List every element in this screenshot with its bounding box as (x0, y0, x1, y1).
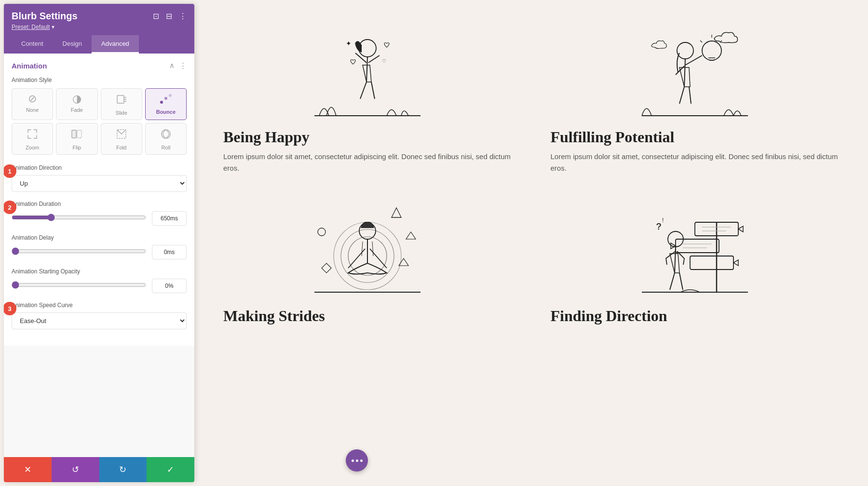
tab-design[interactable]: Design (53, 35, 92, 54)
save-button[interactable]: ✓ (147, 457, 194, 482)
bounce-label: Bounce (156, 109, 176, 115)
dot-3 (360, 459, 363, 462)
floating-menu-button[interactable] (346, 449, 368, 472)
anim-roll[interactable]: Roll (145, 123, 187, 155)
tab-advanced[interactable]: Advanced (92, 35, 139, 54)
panel-footer: ✕ ↺ ↻ ✓ (4, 457, 194, 482)
none-icon: ⊘ (28, 94, 37, 104)
delay-label: Animation Delay (12, 234, 187, 241)
opacity-row: 0% (12, 279, 187, 293)
potential-illustration (551, 14, 840, 121)
direction-control: 1 Animation Direction Up Top Down Left R… (12, 164, 187, 192)
svg-text:♡: ♡ (382, 58, 386, 64)
fullscreen-icon[interactable]: ⊡ (153, 12, 159, 21)
svg-rect-31 (676, 239, 719, 253)
zoom-label: Zoom (26, 145, 39, 150)
more-icon[interactable]: ⋮ (179, 12, 187, 21)
fold-icon (116, 128, 127, 142)
fade-icon: ◑ (72, 94, 81, 104)
delay-value: 0ms (152, 245, 187, 259)
duration-row: 650ms (12, 211, 187, 226)
flip-icon (71, 128, 82, 142)
blurb-grid: ✦ ♡ Being Happy Lorem ipsum dolor sit am… (223, 14, 839, 330)
collapse-icon[interactable]: ∧ (169, 61, 175, 70)
anim-none[interactable]: ⊘ None (12, 88, 53, 120)
svg-point-17 (702, 41, 721, 60)
redo-button[interactable]: ↻ (99, 457, 147, 482)
animation-style-label: Animation Style (12, 77, 187, 83)
duration-control: 2 Animation Duration 650ms (12, 201, 187, 226)
svg-point-22 (318, 228, 326, 236)
svg-text:?: ? (656, 222, 661, 231)
panel-tabs: Content Design Advanced (12, 35, 187, 54)
roll-label: Roll (161, 145, 170, 150)
happy-text: Lorem ipsum dolor sit amet, consectetur … (223, 151, 512, 174)
happy-title: Being Happy (223, 128, 512, 146)
svg-rect-0 (117, 95, 124, 103)
anim-zoom[interactable]: Zoom (12, 123, 53, 155)
svg-point-4 (160, 101, 163, 104)
direction-illustration: ? ! (551, 193, 840, 299)
svg-point-5 (164, 97, 167, 100)
undo-button[interactable]: ↺ (52, 457, 99, 482)
section-title: Animation (12, 62, 47, 70)
anim-fade[interactable]: ◑ Fade (56, 88, 97, 120)
opacity-label: Animation Starting Opacity (12, 268, 187, 275)
duration-label: Animation Duration (12, 201, 187, 207)
direction-select[interactable]: Up Top Down Left Right Center (12, 175, 187, 192)
slide-label: Slide (115, 110, 127, 116)
svg-rect-32 (690, 256, 733, 270)
svg-marker-21 (392, 208, 401, 217)
settings-panel: Blurb Settings ⊡ ⊟ ⋮ Preset: Default ▾ C… (4, 4, 194, 482)
anim-fold[interactable]: Fold (101, 123, 142, 155)
blurb-potential: Fulfilling Potential Lorem ipsum dolor s… (551, 14, 840, 174)
fold-label: Fold (116, 145, 126, 150)
preset-row[interactable]: Preset: Default ▾ (12, 24, 187, 30)
none-label: None (26, 107, 39, 113)
blurb-happy: ✦ ♡ Being Happy Lorem ipsum dolor sit am… (223, 14, 512, 174)
section-header: Animation ∧ ⋮ (12, 61, 187, 70)
mindful-illustration (223, 193, 512, 299)
panel-title: Blurb Settings (12, 11, 78, 22)
slide-icon (116, 94, 127, 107)
opacity-slider[interactable] (12, 281, 146, 289)
panel-header-icons: ⊡ ⊟ ⋮ (153, 12, 187, 21)
section-actions: ∧ ⋮ (169, 61, 187, 70)
section-more-icon[interactable]: ⋮ (179, 61, 187, 70)
duration-slider[interactable] (12, 214, 146, 221)
blurb-mindful: Making Strides (223, 193, 512, 330)
flip-label: Flip (73, 145, 81, 150)
mindful-title: Making Strides (223, 307, 512, 325)
speed-label: Animation Speed Curve (12, 302, 187, 309)
delay-row: 0ms (12, 245, 187, 259)
duration-value: 650ms (152, 211, 187, 226)
speed-select[interactable]: Ease-Out Linear Ease Ease-In Ease-In-Out (12, 312, 187, 329)
anim-slide[interactable]: Slide (101, 88, 142, 120)
tab-content[interactable]: Content (12, 35, 53, 54)
potential-text: Lorem ipsum dolor sit amet, consectetur … (551, 151, 840, 174)
fade-label: Fade (71, 107, 83, 113)
delay-slider[interactable] (12, 247, 146, 255)
direction-label: Animation Direction (12, 164, 187, 171)
panel-title-row: Blurb Settings ⊡ ⊟ ⋮ (12, 11, 187, 22)
happy-illustration: ✦ ♡ (223, 14, 512, 121)
delay-control: Animation Delay 0ms (12, 234, 187, 259)
anim-bounce[interactable]: Bounce (145, 88, 187, 120)
main-content: ✦ ♡ Being Happy Lorem ipsum dolor sit am… (194, 0, 868, 486)
split-icon[interactable]: ⊟ (166, 12, 172, 21)
opacity-control: Animation Starting Opacity 0% (12, 268, 187, 293)
svg-point-6 (169, 94, 172, 97)
panel-header: Blurb Settings ⊡ ⊟ ⋮ Preset: Default ▾ C… (4, 4, 194, 54)
svg-rect-7 (72, 130, 76, 138)
direction-title: Finding Direction (551, 307, 840, 325)
blurb-direction: ? ! Finding Direction (551, 193, 840, 330)
animation-section: Animation ∧ ⋮ Animation Style ⊘ None ◑ F… (4, 54, 194, 346)
svg-text:✦: ✦ (346, 40, 352, 47)
cancel-button[interactable]: ✕ (4, 457, 52, 482)
svg-line-20 (700, 40, 702, 42)
speed-control: 3 Animation Speed Curve Ease-Out Linear … (12, 302, 187, 329)
dot-2 (356, 459, 358, 462)
dot-1 (352, 459, 354, 462)
panel-body: Animation ∧ ⋮ Animation Style ⊘ None ◑ F… (4, 54, 194, 457)
anim-flip[interactable]: Flip (56, 123, 97, 155)
